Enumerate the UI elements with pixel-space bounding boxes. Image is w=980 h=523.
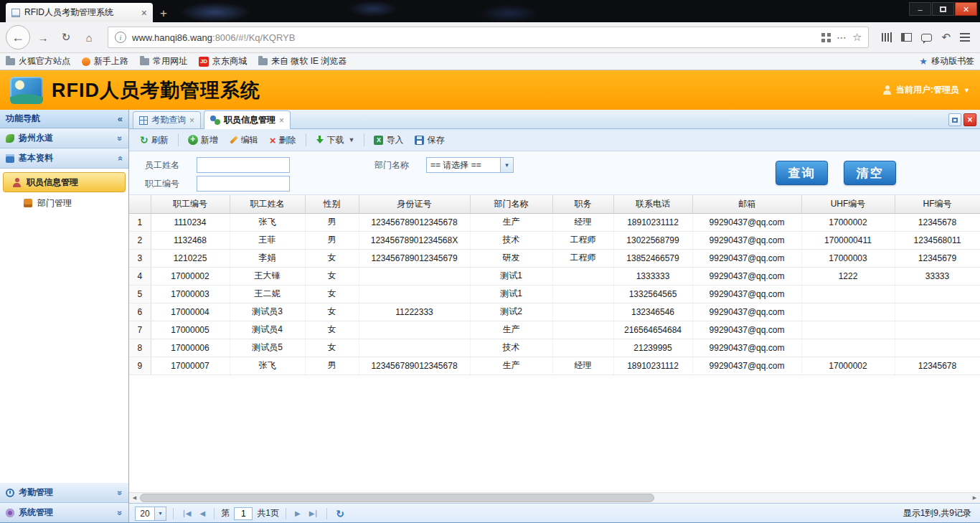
next-page-button[interactable]: ▶ — [293, 510, 303, 517]
col-employee-name[interactable]: 职工姓名 — [230, 195, 305, 213]
sidebar-group-system[interactable]: 系统管理 » — [0, 503, 128, 523]
bookmark-jd[interactable]: JD 京东商城 — [199, 55, 247, 67]
reload-button[interactable]: ↻ — [56, 27, 76, 47]
import-button[interactable]: 导入 — [369, 132, 408, 149]
edit-button[interactable]: 编辑 — [225, 132, 263, 149]
refresh-button[interactable]: ↻ 刷新 — [135, 132, 174, 149]
col-position[interactable]: 职务 — [552, 195, 613, 213]
table-row[interactable]: 1 1110234 张飞 男 123456789012345678 生产 经理 … — [129, 213, 980, 231]
cell-uhf — [801, 303, 895, 321]
new-tab-button[interactable]: + — [153, 4, 174, 22]
col-email[interactable]: 邮箱 — [692, 195, 801, 213]
col-employee-code[interactable]: 职工编号 — [151, 195, 230, 213]
pagination-refresh-icon[interactable]: ↻ — [334, 508, 347, 519]
maximize-button[interactable] — [932, 2, 954, 16]
forward-button[interactable]: → — [33, 27, 53, 47]
sidebar-toggle-icon[interactable] — [901, 33, 912, 42]
table-row[interactable]: 6 17000004 测试员3 女 11222333 测试2 132346546… — [129, 303, 980, 321]
cell-employee-name: 张飞 — [230, 213, 305, 231]
sidebar-group-attendance[interactable]: 考勤管理 » — [0, 483, 128, 503]
page-size-select[interactable]: 20 ▾ — [135, 506, 166, 521]
sidebar-group-yangzhou[interactable]: 扬州永道 » — [0, 128, 128, 149]
combo-arrow-icon[interactable]: ▾ — [154, 507, 166, 520]
table-row[interactable]: 2 1132468 王菲 男 12345678901234568X 技术 工程师… — [129, 231, 980, 249]
clear-button[interactable]: 清空 — [844, 161, 896, 185]
close-window-button[interactable]: × — [955, 2, 977, 16]
col-phone[interactable]: 联系电话 — [613, 195, 692, 213]
col-gender[interactable]: 性别 — [305, 195, 359, 213]
sidebar-item-employee-info[interactable]: 职员信息管理 — [3, 172, 126, 192]
save-icon — [415, 136, 424, 145]
qr-extension-icon[interactable] — [821, 33, 831, 42]
prev-page-button[interactable]: ◀ — [198, 510, 208, 517]
col-id-number[interactable]: 身份证号 — [359, 195, 470, 213]
tab-close-icon[interactable]: × — [189, 116, 194, 126]
library-icon[interactable] — [882, 32, 892, 42]
restore-session-icon[interactable]: ↶ — [941, 31, 951, 44]
mobile-bookmarks[interactable]: ★ 移动版书签 — [919, 55, 974, 67]
cell-employee-name: 王二妮 — [230, 285, 305, 303]
combo-arrow-icon[interactable]: ▾ — [500, 158, 513, 172]
table-row[interactable]: 7 17000005 测试员4 女 生产 216564654684 992904… — [129, 321, 980, 339]
tab-attendance-query[interactable]: 考勤查询 × — [133, 111, 201, 128]
last-page-button[interactable]: ▶| — [307, 509, 321, 517]
back-button[interactable]: ← — [6, 25, 30, 50]
current-user-menu[interactable]: 当前用户:管理员 ▼ — [882, 84, 970, 96]
cell-email: 99290437@qq.com — [692, 303, 801, 321]
table-row[interactable]: 4 17000002 王大锤 女 测试1 1333333 99290437@qq… — [129, 267, 980, 285]
sidebar-item-department[interactable]: 部门管理 — [3, 193, 126, 213]
address-bar[interactable]: i www.hanqi86.wang:8006/#!/Kq/KQRYB ⋯ ☆ — [108, 27, 869, 48]
sidebar-collapse-icon[interactable]: « — [118, 113, 123, 124]
messages-icon[interactable] — [921, 34, 932, 42]
bookmark-from-ie[interactable]: 来自 微软 IE 浏览器 — [258, 55, 347, 67]
download-button[interactable]: 下载 ▼ — [311, 132, 360, 149]
bookmark-firefox-official[interactable]: 火狐官方站点 — [6, 55, 70, 67]
employee-code-input[interactable] — [197, 176, 290, 192]
close-panel-button[interactable]: × — [963, 113, 976, 126]
table-row[interactable]: 9 17000007 张飞 男 123456789012345678 生产 经理… — [129, 357, 980, 374]
home-button[interactable]: ⌂ — [79, 27, 99, 47]
table-row[interactable]: 5 17000003 王二妮 女 测试1 1332564565 99290437… — [129, 285, 980, 303]
page-number-input[interactable] — [234, 507, 253, 520]
site-info-icon[interactable]: i — [115, 32, 126, 43]
bookmark-star-icon[interactable]: ☆ — [852, 31, 862, 44]
cell-employee-code: 17000003 — [151, 285, 230, 303]
add-button[interactable]: 新增 — [183, 132, 223, 149]
cell-department: 生产 — [470, 213, 552, 231]
cell-uhf — [801, 321, 895, 339]
employee-name-input[interactable] — [197, 157, 290, 173]
cell-position: 工程师 — [552, 249, 613, 267]
table-row[interactable]: 3 1210225 李娟 女 123456789012345679 研发 工程师… — [129, 249, 980, 267]
delete-button[interactable]: × 删除 — [265, 132, 301, 149]
tab-close-icon[interactable]: × — [141, 8, 147, 18]
menu-icon[interactable] — [960, 33, 970, 42]
col-department[interactable]: 部门名称 — [470, 195, 552, 213]
col-hf[interactable]: HF编号 — [895, 195, 980, 213]
tab-employee-info[interactable]: 职员信息管理 × — [204, 110, 291, 129]
bookmark-common-sites[interactable]: 常用网址 — [140, 55, 187, 67]
scrollbar-track[interactable] — [140, 493, 969, 504]
department-select[interactable]: == 请选择 == ▾ — [426, 157, 514, 173]
scroll-left-icon[interactable]: ◀ — [129, 493, 140, 504]
horizontal-scrollbar[interactable]: ◀ ▶ — [129, 492, 980, 503]
tab-close-icon[interactable]: × — [279, 116, 284, 126]
table-body: 1 1110234 张飞 男 123456789012345678 生产 经理 … — [129, 213, 980, 374]
search-button[interactable]: 查询 — [776, 161, 828, 185]
page-actions-icon[interactable]: ⋯ — [837, 32, 847, 43]
first-page-button[interactable]: |◀ — [180, 509, 194, 517]
maximize-icon — [940, 6, 946, 12]
page-total-label: 共1页 — [257, 507, 279, 519]
browser-tab[interactable]: RFID人员考勤管理系统 × — [6, 3, 153, 22]
browser-window: RFID人员考勤管理系统 × + – × ← → ↻ ⌂ i www.hanqi… — [0, 0, 980, 523]
browser-navbar: ← → ↻ ⌂ i www.hanqi86.wang:8006/#!/Kq/KQ… — [0, 22, 980, 53]
save-button[interactable]: 保存 — [410, 132, 449, 149]
col-uhf[interactable]: UHF编号 — [801, 195, 895, 213]
sidebar-group-basic-data[interactable]: 基本资料 » — [0, 149, 128, 169]
maximize-panel-button[interactable] — [948, 113, 961, 126]
import-icon — [374, 136, 383, 145]
bookmark-getting-started[interactable]: 新手上路 — [82, 55, 128, 67]
scroll-right-icon[interactable]: ▶ — [969, 493, 980, 504]
minimize-button[interactable]: – — [909, 2, 931, 16]
table-row[interactable]: 8 17000006 测试员5 女 技术 21239995 99290437@q… — [129, 339, 980, 357]
scrollbar-thumb[interactable] — [140, 494, 654, 502]
